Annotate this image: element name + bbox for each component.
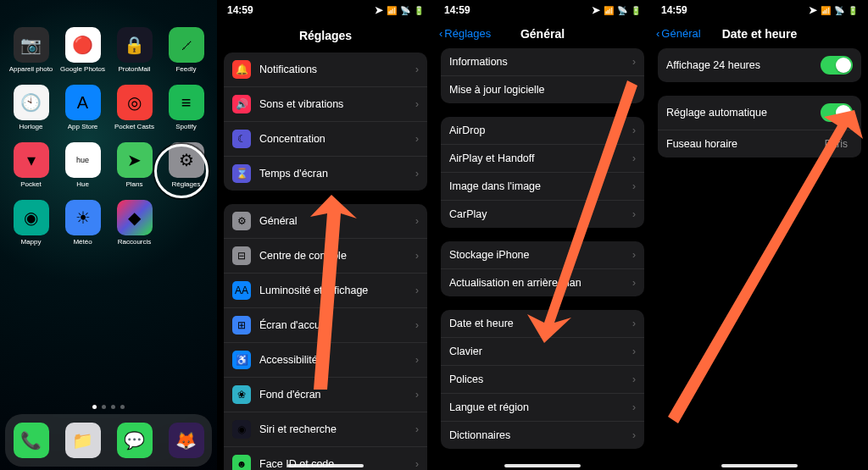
- settings-row[interactable]: AALuminosité et affichage›: [224, 274, 427, 308]
- row-label: Langue et région: [449, 401, 632, 413]
- row-label: Centre de contrôle: [259, 250, 415, 262]
- dock-app-firefox[interactable]: 🦊: [169, 423, 204, 458]
- home-indicator[interactable]: [287, 464, 364, 467]
- settings-row[interactable]: ⊟Centre de contrôle›: [224, 239, 427, 274]
- row-label: Concentration: [259, 133, 415, 145]
- app-pocket[interactable]: ▾Pocket: [8, 142, 53, 188]
- settings-screen: 14:59 ➤ 📶 📡 🔋 Réglages 🔔Notifications›🔊S…: [217, 0, 434, 470]
- home-indicator[interactable]: [504, 464, 581, 467]
- settings-row[interactable]: ❀Fond d'écran›: [224, 378, 427, 412]
- app-mappy[interactable]: ◉Mappy: [8, 200, 53, 246]
- chevron-right-icon: ›: [415, 250, 419, 262]
- chevron-left-icon: ‹: [656, 27, 659, 40]
- chevron-right-icon: ›: [632, 373, 636, 385]
- settings-row[interactable]: ☾Concentration›: [224, 122, 427, 157]
- app-plans[interactable]: ➤Plans: [112, 142, 157, 188]
- settings-row[interactable]: Langue et région›: [441, 394, 644, 422]
- settings-row[interactable]: Date et heure›: [441, 310, 644, 338]
- chevron-right-icon: ›: [632, 208, 636, 220]
- app-spotify[interactable]: ≡Spotify: [164, 85, 209, 130]
- chevron-right-icon: ›: [415, 285, 419, 296]
- status-time: 14:59: [661, 4, 687, 16]
- app-météo[interactable]: ☀Météo: [60, 200, 105, 246]
- settings-row[interactable]: ◉Siri et recherche›: [224, 412, 427, 447]
- app-hue[interactable]: hueHue: [60, 142, 105, 188]
- wifi-icon: 📡: [834, 6, 844, 15]
- settings-row[interactable]: 🔔Notifications›: [224, 53, 427, 87]
- row-icon: 🔔: [232, 60, 251, 79]
- settings-row[interactable]: Dictionnaires›: [441, 422, 644, 449]
- back-button[interactable]: ‹ Réglages: [439, 27, 491, 40]
- status-time: 14:59: [444, 4, 470, 16]
- app-google-photos[interactable]: 🔴Google Photos: [60, 27, 105, 73]
- row-auto[interactable]: Réglage automatique: [658, 96, 861, 130]
- date-time-screen: 14:59 ➤ 📶 📡 🔋 ‹ Général Date et heure Af…: [651, 0, 868, 470]
- app-label: ProtonMail: [118, 65, 150, 73]
- app-icon: ◎: [117, 85, 153, 120]
- toggle-24h[interactable]: [821, 56, 853, 75]
- row-icon: AA: [232, 281, 251, 300]
- app-label: Mappy: [20, 238, 41, 246]
- app-icon: 📷: [14, 27, 49, 63]
- home-screen: 14:59 ➤ 📶 📡 🔋 📷Appareil photo🔴Google Pho…: [0, 0, 217, 470]
- toggle-auto[interactable]: [821, 103, 853, 122]
- row-label: Informations: [449, 56, 632, 68]
- wifi-icon: 📡: [400, 6, 410, 15]
- app-pocket-casts[interactable]: ◎Pocket Casts: [112, 85, 157, 130]
- row-timezone[interactable]: Fuseau horaire Paris: [658, 130, 861, 158]
- row-label: Polices: [449, 373, 632, 385]
- row-label: Notifications: [259, 64, 415, 75]
- settings-row[interactable]: ⊞Écran d'accueil›: [224, 308, 427, 343]
- location-icon: ➤: [809, 4, 817, 16]
- app-label: Plans: [125, 180, 142, 188]
- settings-row[interactable]: 🔊Sons et vibrations›: [224, 87, 427, 122]
- settings-group-notifications: 🔔Notifications›🔊Sons et vibrations›☾Conc…: [224, 53, 427, 191]
- dock-app-messages[interactable]: 💬: [117, 423, 153, 458]
- settings-row[interactable]: Stockage iPhone›: [441, 241, 644, 269]
- row-label: Image dans l'image: [449, 180, 632, 192]
- settings-row[interactable]: Polices›: [441, 366, 644, 394]
- home-indicator[interactable]: [721, 464, 798, 467]
- page-indicator[interactable]: [0, 405, 217, 409]
- row-label: Accessibilité: [259, 354, 415, 366]
- row-label: Affichage 24 heures: [666, 59, 821, 71]
- back-button[interactable]: ‹ Général: [656, 27, 701, 40]
- signal-icon: 📶: [821, 6, 831, 15]
- settings-row[interactable]: ♿Accessibilité›: [224, 343, 427, 378]
- app-label: App Store: [68, 123, 98, 130]
- row-value: Paris: [825, 138, 848, 150]
- settings-row[interactable]: ⌛Temps d'écran›: [224, 157, 427, 191]
- row-24h[interactable]: Affichage 24 heures: [658, 48, 861, 82]
- row-icon: ⚙: [232, 212, 251, 230]
- signal-icon: 📶: [387, 6, 397, 15]
- app-icon: 🕙: [14, 85, 49, 120]
- nav-bar: ‹ Réglages Général: [434, 20, 651, 48]
- settings-row[interactable]: AirPlay et Handoff›: [441, 145, 644, 173]
- app-grid: 📷Appareil photo🔴Google Photos🔒ProtonMail…: [0, 20, 217, 252]
- app-label: Pocket: [20, 180, 41, 188]
- app-feedly[interactable]: ⟋Feedly: [164, 27, 209, 73]
- back-label: Réglages: [444, 27, 491, 40]
- settings-row[interactable]: Mise à jour logicielle›: [441, 76, 644, 103]
- row-icon: ♿: [232, 351, 251, 369]
- row-icon: ⌛: [232, 164, 251, 183]
- app-appareil-photo[interactable]: 📷Appareil photo: [8, 27, 53, 73]
- settings-row[interactable]: AirDrop›: [441, 117, 644, 145]
- dock-app-fichiers[interactable]: 📁: [65, 423, 101, 458]
- app-label: Appareil photo: [9, 65, 53, 73]
- settings-row[interactable]: Clavier›: [441, 338, 644, 366]
- app-horloge[interactable]: 🕙Horloge: [8, 85, 53, 130]
- settings-row[interactable]: Image dans l'image›: [441, 173, 644, 201]
- app-icon: A: [65, 85, 101, 120]
- app-protonmail[interactable]: 🔒ProtonMail: [112, 27, 157, 73]
- app-app-store[interactable]: AApp Store: [60, 85, 105, 130]
- settings-row[interactable]: ⚙Général›: [224, 204, 427, 239]
- row-label: Clavier: [449, 346, 632, 357]
- settings-row[interactable]: Actualisation en arrière-plan›: [441, 269, 644, 296]
- dock-app-téléphone[interactable]: 📞: [14, 423, 49, 458]
- app-raccourcis[interactable]: ◆Raccourcis: [112, 200, 157, 246]
- row-label: Fond d'écran: [259, 389, 415, 401]
- settings-row[interactable]: Informations›: [441, 48, 644, 76]
- settings-row[interactable]: CarPlay›: [441, 201, 644, 228]
- back-label: Général: [661, 27, 700, 40]
